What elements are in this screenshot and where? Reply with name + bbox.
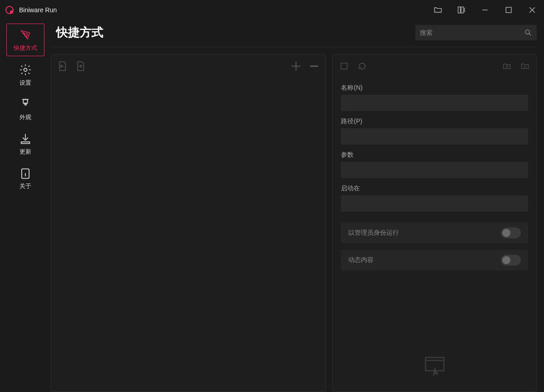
sidebar-item-label: 外观	[19, 113, 31, 121]
app-logo-icon	[5, 6, 14, 14]
open-folder-button[interactable]	[426, 0, 450, 20]
content: 快捷方式	[51, 20, 544, 392]
library-button[interactable]	[450, 0, 473, 20]
svg-point-8	[24, 68, 27, 72]
path-label: 路径(P)	[341, 117, 528, 126]
shortcut-list-panel	[51, 54, 326, 392]
args-input[interactable]	[341, 162, 528, 178]
drop-window-icon	[423, 354, 447, 379]
info-icon	[19, 167, 32, 179]
startin-label: 启动在	[341, 184, 528, 193]
dynamic-content-row: 动态内容	[341, 250, 528, 271]
svg-rect-17	[341, 63, 347, 69]
icon-placeholder-button[interactable]	[336, 58, 352, 74]
svg-rect-0	[458, 7, 461, 13]
path-input[interactable]	[341, 128, 528, 145]
dynamic-content-toggle[interactable]	[501, 255, 521, 266]
page-header: 快捷方式	[51, 20, 537, 47]
sidebar-item-label: 快捷方式	[14, 44, 37, 52]
name-label: 名称(N)	[341, 84, 528, 92]
shortcut-list	[51, 77, 325, 392]
close-button[interactable]	[520, 0, 544, 20]
list-toolbar	[51, 55, 325, 77]
dynamic-content-label: 动态内容	[348, 256, 374, 264]
svg-point-14	[525, 30, 529, 34]
sidebar-item-label: 关于	[19, 182, 31, 190]
browse-startin-button[interactable]	[517, 58, 533, 74]
sidebar: 快捷方式 设置 外观 更新 关于	[0, 20, 51, 392]
sidebar-item-shortcuts[interactable]: 快捷方式	[6, 24, 44, 56]
svg-rect-5	[506, 7, 511, 13]
gear-icon	[19, 63, 32, 76]
args-label: 参数	[341, 151, 528, 159]
browse-path-button[interactable]	[499, 58, 515, 74]
svg-point-18	[506, 66, 508, 68]
remove-button[interactable]	[306, 58, 322, 74]
refresh-button[interactable]	[355, 58, 370, 74]
sidebar-item-label: 设置	[19, 79, 31, 87]
name-input[interactable]	[341, 95, 528, 111]
run-as-admin-label: 以管理员身份运行	[348, 229, 399, 237]
minimize-button[interactable]	[473, 0, 497, 20]
sidebar-item-label: 更新	[19, 148, 31, 156]
app-title: Biniware Run	[19, 6, 57, 14]
search-icon	[524, 29, 532, 37]
startin-input[interactable]	[341, 195, 528, 212]
detail-form: 名称(N) 路径(P) 参数 启动在 以管理员身份运行 动态内容	[333, 77, 536, 392]
run-as-admin-row: 以管理员身份运行	[341, 223, 528, 243]
svg-line-15	[529, 33, 531, 35]
export-button[interactable]	[73, 58, 88, 74]
import-button[interactable]	[55, 58, 70, 74]
run-as-admin-toggle[interactable]	[501, 227, 521, 238]
sidebar-item-settings[interactable]: 设置	[6, 59, 44, 91]
sidebar-item-update[interactable]: 更新	[6, 128, 44, 160]
brush-icon	[19, 98, 32, 111]
sidebar-item-appearance[interactable]: 外观	[6, 93, 44, 125]
drop-zone-hint	[341, 271, 528, 383]
shortcuts-icon	[19, 29, 32, 41]
maximize-button[interactable]	[497, 0, 520, 20]
search-input[interactable]	[420, 29, 524, 36]
svg-rect-9	[23, 100, 27, 103]
svg-rect-1	[461, 7, 463, 13]
download-icon	[19, 132, 32, 145]
search-box[interactable]	[415, 25, 537, 40]
titlebar: Biniware Run	[0, 0, 544, 20]
add-button[interactable]	[288, 58, 304, 74]
shortcut-detail-panel: 名称(N) 路径(P) 参数 启动在 以管理员身份运行 动态内容	[332, 54, 537, 392]
sidebar-item-about[interactable]: 关于	[6, 162, 44, 194]
detail-toolbar	[333, 55, 536, 77]
page-title: 快捷方式	[56, 24, 103, 40]
